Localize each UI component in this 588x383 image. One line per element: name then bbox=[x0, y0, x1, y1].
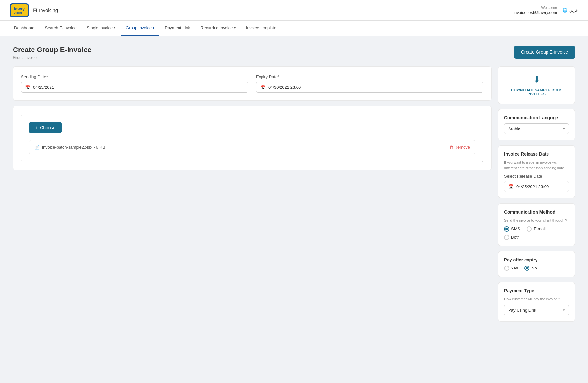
trash-icon: 🗑 bbox=[449, 145, 453, 150]
welcome-text: Welcome invoiceTest@fawry.com bbox=[513, 5, 557, 15]
release-date-title: Invoice Release Date bbox=[504, 151, 569, 157]
header: fawry Digital ⊞ Invoicing Welcome invoic… bbox=[0, 0, 588, 21]
calendar-icon: 📅 bbox=[25, 85, 31, 90]
invoicing-label: ⊞ Invoicing bbox=[33, 7, 58, 13]
nav-item-search[interactable]: Search E-invoice bbox=[41, 21, 81, 36]
sending-date-input-wrap[interactable]: 📅 bbox=[21, 82, 248, 93]
language-button[interactable]: 🌐 عربي bbox=[562, 8, 578, 13]
grid-icon: ⊞ bbox=[33, 7, 37, 13]
upload-card: + Choose 📄 invoice-batch-sample2.xlsx - … bbox=[13, 106, 492, 170]
payment-type-title: Payment Type bbox=[504, 288, 569, 293]
release-date-input[interactable] bbox=[516, 184, 565, 189]
both-radio[interactable]: Both bbox=[504, 235, 520, 240]
chevron-down-icon: ▾ bbox=[153, 26, 154, 30]
comm-method-row2: Both bbox=[504, 235, 569, 240]
pay-expiry-card: Pay after expiry Yes No bbox=[498, 251, 575, 277]
plus-icon: + bbox=[35, 125, 38, 130]
comm-lang-title: Communication Languge bbox=[504, 115, 569, 120]
no-radio-circle bbox=[524, 266, 529, 271]
payment-type-sub: How customer will pay the invoice ? bbox=[504, 296, 569, 302]
nav-item-recurring[interactable]: Recurring invoice ▾ bbox=[196, 21, 240, 36]
invoicing-text: Invoicing bbox=[39, 7, 58, 13]
nav-item-dashboard[interactable]: Dashboard bbox=[10, 21, 39, 36]
no-label: No bbox=[531, 266, 537, 270]
release-date-card: Invoice Release Date If you want to issu… bbox=[498, 145, 575, 198]
welcome-label: Welcome bbox=[513, 5, 557, 10]
select-release-label: Select Release Date bbox=[504, 174, 569, 178]
file-info: 📄 invoice-batch-sample2.xlsx - 6 KB bbox=[34, 145, 105, 150]
page-title-section: Create Group E-invoice Group invoice bbox=[13, 46, 92, 60]
page-content: Create Group E-invoice Group invoice Cre… bbox=[0, 36, 588, 331]
nav-item-single[interactable]: Single invoice ▾ bbox=[82, 21, 120, 36]
expiry-date-field: Expiry Date* 📅 bbox=[256, 74, 483, 93]
logo-text: fawry bbox=[14, 6, 25, 11]
sms-radio-circle bbox=[504, 226, 509, 232]
sms-radio[interactable]: SMS bbox=[504, 226, 520, 232]
payment-type-select[interactable]: Pay Using Link ▾ bbox=[504, 305, 569, 315]
logo: fawry Digital bbox=[10, 3, 29, 17]
nav-item-group[interactable]: Group invoice ▾ bbox=[121, 21, 159, 36]
page-header: Create Group E-invoice Group invoice Cre… bbox=[13, 46, 575, 60]
release-date-sub: If you want to issue an invoice with dif… bbox=[504, 160, 569, 170]
pay-expiry-row: Yes No bbox=[504, 266, 569, 271]
sms-label: SMS bbox=[511, 226, 520, 231]
download-icon: ⬇ bbox=[533, 74, 540, 85]
both-radio-circle bbox=[504, 235, 509, 240]
yes-radio-circle bbox=[504, 266, 509, 271]
email-label: E-mail bbox=[534, 226, 546, 231]
main-layout: Sending Date* 📅 Expiry Date* 📅 bbox=[13, 66, 575, 322]
expiry-date-input-wrap[interactable]: 📅 bbox=[256, 82, 483, 93]
logo-inner: fawry Digital bbox=[11, 4, 28, 16]
comm-method-sub: Send the invoice to your client through … bbox=[504, 218, 569, 223]
nav-item-template[interactable]: Invoice template bbox=[242, 21, 281, 36]
choose-button[interactable]: + Choose bbox=[29, 122, 62, 133]
file-row: 📄 invoice-batch-sample2.xlsx - 6 KB 🗑 Re… bbox=[29, 140, 475, 154]
file-icon: 📄 bbox=[34, 145, 40, 150]
header-left: fawry Digital ⊞ Invoicing bbox=[10, 3, 58, 17]
comm-method-card: Communication Method Send the invoice to… bbox=[498, 203, 575, 246]
expiry-date-label: Expiry Date* bbox=[256, 74, 483, 79]
date-row: Sending Date* 📅 Expiry Date* 📅 bbox=[21, 74, 483, 93]
email-radio[interactable]: E-mail bbox=[527, 226, 546, 232]
comm-lang-select[interactable]: Arabic ▾ bbox=[504, 123, 569, 134]
lang-label: عربي bbox=[569, 8, 578, 13]
create-group-einvoice-button[interactable]: Create Group E-invoice bbox=[514, 46, 575, 59]
email-radio-circle bbox=[527, 226, 532, 232]
chevron-down-icon: ▾ bbox=[234, 26, 236, 30]
payment-type-card: Payment Type How customer will pay the i… bbox=[498, 282, 575, 322]
calendar-icon: 📅 bbox=[508, 184, 514, 189]
nav-item-payment-link[interactable]: Payment Link bbox=[160, 21, 195, 36]
upload-area: + Choose 📄 invoice-batch-sample2.xlsx - … bbox=[21, 114, 483, 162]
pay-expiry-title: Pay after expiry bbox=[504, 257, 569, 262]
expiry-date-input[interactable] bbox=[268, 85, 479, 90]
download-label: DOWNLOAD SAMPLE BULK INVOICES bbox=[506, 88, 567, 96]
sending-date-input[interactable] bbox=[33, 85, 244, 90]
comm-method-radio-group: SMS E-mail Both bbox=[504, 226, 569, 240]
download-card[interactable]: ⬇ DOWNLOAD SAMPLE BULK INVOICES bbox=[498, 66, 575, 104]
right-panel: ⬇ DOWNLOAD SAMPLE BULK INVOICES Communic… bbox=[498, 66, 575, 322]
navigation: Dashboard Search E-invoice Single invoic… bbox=[0, 21, 588, 36]
remove-button[interactable]: 🗑 Remove bbox=[449, 145, 470, 150]
comm-lang-card: Communication Languge Arabic ▾ bbox=[498, 109, 575, 140]
calendar-icon: 📅 bbox=[260, 85, 266, 90]
yes-radio[interactable]: Yes bbox=[504, 266, 518, 271]
release-date-input-wrap[interactable]: 📅 bbox=[504, 181, 569, 192]
no-radio[interactable]: No bbox=[524, 266, 537, 271]
dates-card: Sending Date* 📅 Expiry Date* 📅 bbox=[13, 66, 492, 101]
chevron-down-icon: ▾ bbox=[114, 26, 115, 30]
payment-type-value: Pay Using Link bbox=[508, 308, 536, 313]
comm-method-title: Communication Method bbox=[504, 209, 569, 214]
comm-method-row1: SMS E-mail bbox=[504, 226, 569, 232]
both-label: Both bbox=[511, 235, 520, 240]
chevron-down-icon: ▾ bbox=[563, 127, 565, 131]
file-name: invoice-batch-sample2.xlsx - 6 KB bbox=[42, 145, 105, 150]
chevron-down-icon: ▾ bbox=[563, 308, 565, 312]
left-panel: Sending Date* 📅 Expiry Date* 📅 bbox=[13, 66, 492, 170]
sending-date-label: Sending Date* bbox=[21, 74, 248, 79]
pay-expiry-radio-group: Yes No bbox=[504, 266, 569, 271]
header-right: Welcome invoiceTest@fawry.com 🌐 عربي bbox=[513, 5, 578, 15]
logo-sub: Digital bbox=[14, 11, 25, 14]
sending-date-field: Sending Date* 📅 bbox=[21, 74, 248, 93]
globe-icon: 🌐 bbox=[562, 8, 567, 13]
yes-label: Yes bbox=[511, 266, 518, 270]
